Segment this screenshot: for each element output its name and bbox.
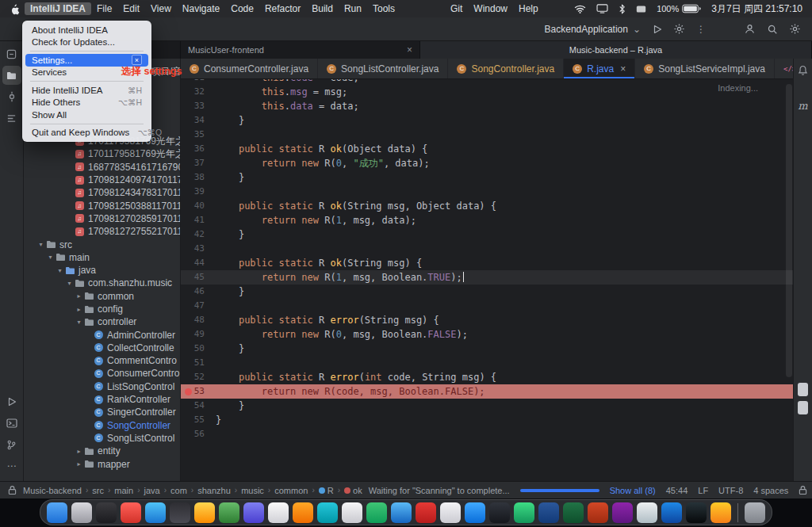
line-number[interactable]: 50: [181, 342, 205, 356]
dock-icon-calendar[interactable]: [268, 502, 289, 523]
tree-item-songlistcontrol[interactable]: CSongListControl: [24, 432, 180, 445]
tree-item-controller[interactable]: ▾controller: [24, 315, 180, 328]
dock-icon-utility-app[interactable]: [170, 502, 190, 523]
search-icon[interactable]: [767, 24, 778, 35]
breadcrumb-item-shanzhu[interactable]: shanzhu: [197, 486, 231, 495]
menu-item-quit-and-keep-windows[interactable]: Quit and Keep Windows⌥⌘Q: [25, 127, 148, 139]
line-number[interactable]: 31: [181, 79, 205, 85]
line-ending-indicator[interactable]: LF: [698, 486, 708, 495]
window-tab-musicuser-frontend[interactable]: MusicUser-frontend×: [181, 41, 420, 59]
editor-tab-songcontroller-java[interactable]: CSongController.java: [448, 59, 564, 78]
line-number[interactable]: 42: [181, 227, 205, 242]
tree-item-src[interactable]: ▾src: [24, 238, 180, 250]
tree-item-1701179581769-mp[interactable]: ♫1701179581769光年之外.mp: [24, 147, 180, 160]
tree-item-16877835416171679030969[interactable]: ♫16877835416171679030969: [24, 161, 180, 174]
editor-tab-r-java[interactable]: CR.java×: [564, 59, 635, 78]
menu-navigate[interactable]: Navigate: [177, 2, 225, 15]
dock-icon-intellij-idea[interactable]: [489, 502, 510, 523]
tree-item-listsongcontrol[interactable]: CListSongControl: [24, 380, 180, 393]
editor-tab-songlistserviceimpl-java[interactable]: CSongListServiceImpl.java: [635, 59, 775, 78]
dock-icon-white-app[interactable]: [440, 502, 461, 523]
breadcrumb-item-common[interactable]: common: [274, 486, 308, 495]
tool-stripe-git-icon[interactable]: [2, 435, 21, 454]
dock-icon-finder[interactable]: [47, 502, 67, 523]
line-number[interactable]: 39: [181, 185, 205, 199]
breadcrumb-item-ok[interactable]: ok: [344, 486, 362, 495]
breadcrumb-item-main[interactable]: main: [114, 486, 133, 495]
tool-window-button[interactable]: [798, 383, 808, 396]
editor-scrollbar[interactable]: [786, 84, 792, 377]
tree-item-singercontroller[interactable]: CSingerController: [24, 406, 180, 418]
breadcrumb-item-music[interactable]: music: [241, 486, 264, 495]
dock-icon-launchpad[interactable]: [71, 502, 92, 523]
tool-stripe-box-icon[interactable]: [2, 44, 21, 63]
menu-tools[interactable]: Tools: [367, 2, 400, 15]
dock-icon-purple-app[interactable]: [612, 502, 633, 523]
line-number[interactable]: 56: [181, 427, 205, 441]
tree-item-17098127028591701179581[interactable]: ♫17098127028591701179581: [24, 212, 180, 225]
settings-gear-icon[interactable]: [789, 23, 801, 35]
dock-icon-media-app[interactable]: [121, 502, 141, 523]
breadcrumb-item-com[interactable]: com: [170, 486, 187, 495]
code-editor[interactable]: 31 this.code = code;32 this.msg = msg;33…: [181, 79, 793, 481]
indent-indicator[interactable]: 4 spaces: [753, 486, 788, 495]
dock-icon-terminal[interactable]: [686, 502, 707, 523]
tool-stripe-more-icon[interactable]: ⋯: [2, 456, 21, 475]
maven-tool-icon[interactable]: m: [798, 100, 807, 112]
line-number[interactable]: 54: [181, 399, 205, 413]
tree-chevron-icon[interactable]: ▾: [65, 280, 74, 287]
tree-item-17098127275521701179581[interactable]: ♫17098127275521701179581: [24, 225, 180, 238]
tree-item-main[interactable]: ▾main: [24, 251, 180, 264]
line-number[interactable]: 36: [181, 142, 205, 156]
breadcrumb-item-r[interactable]: R: [319, 486, 334, 495]
dock-icon-system-app[interactable]: [96, 502, 117, 523]
line-number[interactable]: 38: [181, 170, 205, 185]
tool-stripe-commit-icon[interactable]: [2, 87, 21, 106]
menu-item-hide-intellij-idea[interactable]: Hide IntelliJ IDEA⌘H: [25, 84, 148, 97]
bluetooth-icon[interactable]: [619, 4, 626, 14]
line-number[interactable]: 47: [181, 299, 205, 313]
menu-code[interactable]: Code: [225, 2, 259, 15]
menu-edit[interactable]: Edit: [117, 2, 145, 15]
tree-item-songcontroller[interactable]: CSongController: [24, 419, 180, 432]
tree-item-entity[interactable]: ▸entity: [24, 445, 180, 457]
tree-item-consumercontro[interactable]: CConsumerContro: [24, 367, 180, 380]
tree-item-17098125038811701179581[interactable]: ♫17098125038811701179581: [24, 199, 180, 212]
dock-icon-messages[interactable]: [219, 502, 239, 523]
tool-stripe-run-icon[interactable]: [2, 392, 21, 411]
dock-icon-music-app[interactable]: [293, 502, 313, 523]
dock-icon-browser[interactable]: [465, 502, 485, 523]
line-number[interactable]: 41: [181, 213, 205, 227]
encoding-indicator[interactable]: UTF-8: [718, 486, 743, 495]
tree-item-admincontroller[interactable]: CAdminController: [24, 328, 180, 341]
dock-icon-facetime[interactable]: [317, 502, 338, 523]
display-icon[interactable]: [596, 4, 608, 13]
dock-icon-light-app[interactable]: [637, 502, 657, 523]
notifications-bell-icon[interactable]: [798, 65, 808, 76]
menu-item-about-intellij-idea[interactable]: About IntelliJ IDEA: [25, 24, 148, 36]
tree-item-1709812409741701179581[interactable]: ♫1709812409741701179581: [24, 174, 180, 186]
readonly-lock-icon[interactable]: [799, 485, 807, 495]
apple-icon[interactable]: [10, 3, 20, 15]
menu-build[interactable]: Build: [306, 2, 339, 15]
editor-tab-consumercontroller-java[interactable]: CConsumerController.java: [181, 59, 318, 78]
menu-file[interactable]: File: [91, 2, 117, 15]
tree-chevron-icon[interactable]: ▸: [75, 448, 83, 455]
menu-help[interactable]: Help: [513, 2, 544, 15]
line-number[interactable]: 34: [181, 113, 205, 128]
breadcrumb-item-music-backend[interactable]: Music-backend: [23, 486, 82, 495]
line-number[interactable]: 33: [181, 99, 205, 113]
menu-window[interactable]: Window: [468, 2, 513, 15]
profile-icon[interactable]: [744, 23, 756, 35]
tree-item-config[interactable]: ▸config: [24, 303, 180, 315]
line-number[interactable]: 35: [181, 128, 205, 142]
tree-item-mapper[interactable]: ▸mapper: [24, 457, 180, 470]
gear-icon[interactable]: [673, 23, 685, 35]
dock-icon-word[interactable]: [538, 502, 559, 523]
editor-tab-songlistcontroller-java[interactable]: CSongListController.java: [318, 59, 448, 78]
tool-stripe-project-icon[interactable]: [2, 66, 21, 85]
dock-icon-excel[interactable]: [563, 502, 584, 523]
line-number[interactable]: 43: [181, 242, 205, 256]
cursor-position[interactable]: 45:44: [666, 486, 688, 495]
menu-view[interactable]: View: [145, 2, 177, 15]
